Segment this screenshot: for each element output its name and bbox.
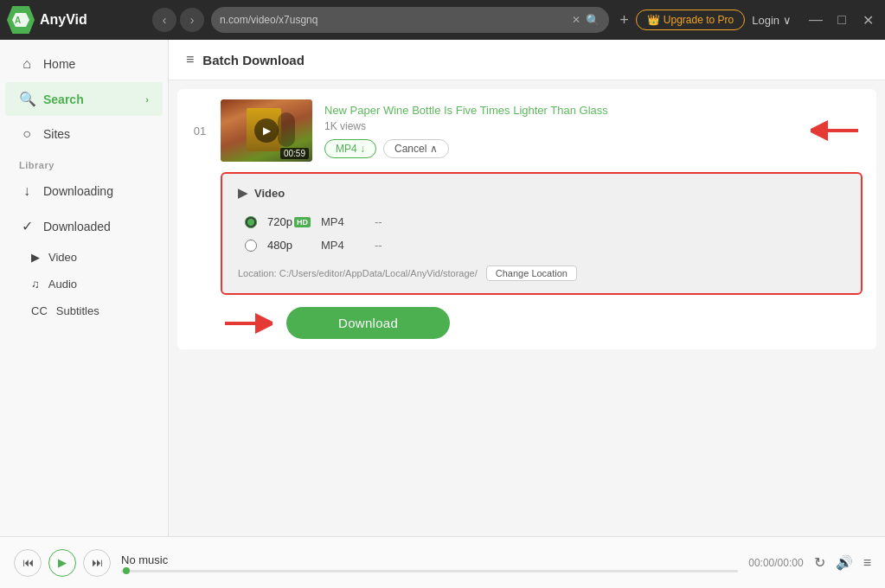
prev-button[interactable]: ⏮	[14, 549, 42, 577]
upgrade-button[interactable]: 👑 Upgrade to Pro	[636, 10, 745, 30]
upgrade-label: Upgrade to Pro	[664, 14, 734, 26]
back-button[interactable]: ‹	[152, 8, 176, 32]
close-button[interactable]: ✕	[857, 10, 878, 30]
add-tab-button[interactable]: +	[619, 11, 629, 29]
repeat-button[interactable]: ↻	[814, 554, 825, 571]
cancel-button[interactable]: Cancel ∧	[383, 139, 449, 158]
sidebar-item-label: Subtitles	[56, 304, 99, 317]
video-panel-icon: ▶	[238, 186, 247, 200]
sidebar-item-sites[interactable]: ○ Sites	[5, 118, 163, 150]
resolution-720p: 720pHD	[267, 215, 311, 228]
video-list: 01 ▶ 00:59 New Paper Wine Bottle Is Five…	[169, 80, 885, 536]
download-options-panel: ▶ Video 720pHD MP4 -- 480p M	[221, 172, 863, 295]
video-item-card: 01 ▶ 00:59 New Paper Wine Bottle Is Five…	[177, 89, 876, 349]
format-type-720p: MP4	[321, 215, 364, 228]
progress-dot	[123, 567, 130, 574]
sidebar-item-audio[interactable]: ♫ Audio	[0, 271, 168, 297]
batch-list-icon: ≡	[186, 52, 194, 67]
sidebar-item-home[interactable]: ⌂ Home	[5, 48, 163, 80]
video-views: 1K views	[324, 120, 798, 132]
sidebar-item-label: Home	[43, 57, 75, 71]
progress-bar[interactable]	[121, 570, 738, 572]
minimize-button[interactable]: —	[805, 10, 826, 30]
location-row: Location: C:/Users/editor/AppData/Local/…	[238, 265, 845, 281]
queue-icon: ≡	[863, 555, 871, 570]
video-actions: MP4 ↓ Cancel ∧	[324, 139, 798, 158]
play-overlay-icon: ▶	[254, 118, 279, 143]
download-main-button[interactable]: Download	[286, 307, 450, 339]
login-chevron-icon: ∨	[783, 14, 792, 27]
resolution-480p: 480p	[267, 239, 311, 252]
track-name: No music	[121, 553, 738, 566]
login-label: Login	[752, 14, 779, 27]
format-radio-720p[interactable]	[245, 216, 257, 228]
logo-icon: A	[7, 6, 35, 34]
nav-buttons: ‹ ›	[152, 8, 204, 32]
sidebar-item-label: Audio	[48, 278, 77, 291]
address-text: n.com/video/x7usgnq	[220, 14, 567, 26]
video-title: New Paper Wine Bottle Is Five Times Ligh…	[324, 104, 798, 117]
red-arrow-indicator	[811, 118, 863, 144]
sidebar-item-label: Sites	[43, 127, 70, 141]
crown-icon: 👑	[647, 14, 660, 26]
format-size-480p: --	[375, 239, 382, 252]
search-arrow-icon: ›	[145, 94, 149, 105]
library-label: Library	[0, 151, 168, 174]
change-location-button[interactable]: Change Location	[486, 265, 577, 281]
downloaded-icon: ✓	[19, 218, 35, 234]
page-header: ≡ Batch Download	[169, 40, 885, 80]
red-arrow-download-icon	[221, 310, 273, 336]
next-button[interactable]: ⏭	[83, 549, 111, 577]
subtitles-icon: CC	[31, 304, 48, 317]
player-controls: ⏮ ▶ ⏭	[14, 549, 111, 577]
address-bar[interactable]: n.com/video/x7usgnq ✕ 🔍	[211, 7, 609, 33]
sites-icon: ○	[19, 126, 35, 142]
download-button-row: Download	[177, 302, 876, 349]
search-icon[interactable]: 🔍	[586, 14, 600, 27]
item-number: 01	[191, 125, 208, 137]
next-icon: ⏭	[92, 556, 103, 569]
sidebar-item-label: Downloading	[43, 184, 113, 198]
volume-button[interactable]: 🔊	[836, 554, 853, 571]
forward-button[interactable]: ›	[180, 8, 204, 32]
mp4-format-button[interactable]: MP4 ↓	[324, 139, 376, 158]
sidebar: ⌂ Home 🔍 Search › ○ Sites Library ↓ Down…	[0, 40, 169, 536]
svg-text:A: A	[15, 16, 21, 25]
sidebar-item-downloaded[interactable]: ✓ Downloaded	[5, 209, 163, 243]
video-icon: ▶	[31, 251, 40, 264]
play-button[interactable]: ▶	[48, 549, 76, 577]
video-item-header: 01 ▶ 00:59 New Paper Wine Bottle Is Five…	[177, 89, 876, 172]
sidebar-item-label: Downloaded	[43, 220, 111, 233]
volume-icon: 🔊	[836, 555, 853, 570]
play-icon: ▶	[58, 556, 67, 569]
main-layout: ⌂ Home 🔍 Search › ○ Sites Library ↓ Down…	[0, 40, 885, 536]
format-size-720p: --	[375, 215, 382, 228]
app-name: AnyVid	[40, 12, 87, 28]
content-area: ≡ Batch Download 01 ▶ 00:59 New Paper Wi…	[169, 40, 885, 536]
format-radio-480p[interactable]	[245, 240, 257, 252]
search-nav-icon: 🔍	[19, 91, 35, 107]
sidebar-item-search[interactable]: 🔍 Search ›	[5, 82, 163, 116]
hd-badge: HD	[294, 217, 311, 227]
login-button[interactable]: Login ∨	[752, 14, 792, 27]
audio-icon: ♫	[31, 278, 40, 291]
repeat-icon: ↻	[814, 555, 825, 570]
close-tab-button[interactable]: ✕	[572, 14, 580, 26]
video-thumbnail[interactable]: ▶ 00:59	[221, 99, 312, 162]
format-type-480p: MP4	[321, 239, 364, 252]
sidebar-item-label: Search	[43, 93, 84, 106]
video-info: New Paper Wine Bottle Is Five Times Ligh…	[324, 104, 798, 158]
red-arrow-right-icon	[811, 118, 863, 144]
panel-video-label: Video	[254, 187, 285, 200]
duration-badge: 00:59	[280, 148, 309, 159]
sidebar-item-video[interactable]: ▶ Video	[0, 244, 168, 271]
time-display: 00:00/00:00	[748, 557, 803, 569]
prev-icon: ⏮	[22, 556, 34, 569]
format-option-480p: 480p MP4 --	[238, 233, 845, 257]
sidebar-item-subtitles[interactable]: CC Subtitles	[0, 297, 168, 324]
queue-button[interactable]: ≡	[863, 555, 871, 571]
maximize-button[interactable]: □	[831, 10, 852, 30]
download-icon: ↓	[19, 183, 35, 199]
window-controls: — □ ✕	[805, 10, 878, 30]
sidebar-item-downloading[interactable]: ↓ Downloading	[5, 175, 163, 208]
